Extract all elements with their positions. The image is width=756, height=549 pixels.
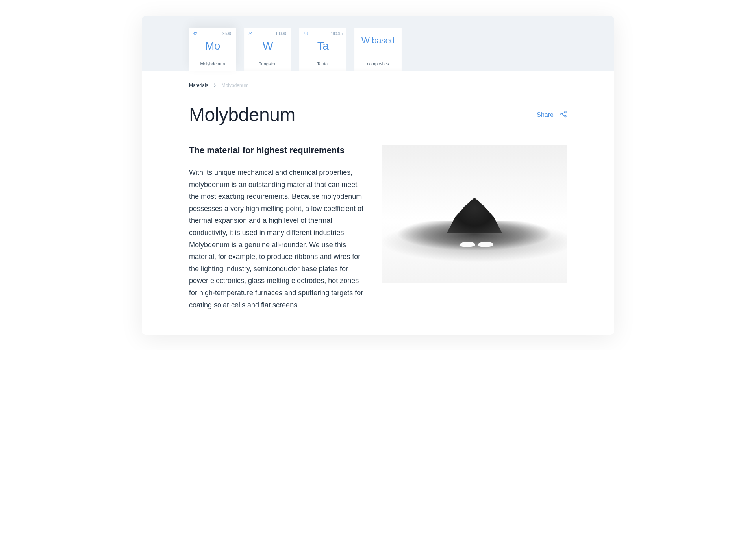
tab-meta-row: 42 95.95: [193, 31, 232, 36]
tab-meta-row: 73 180.95: [303, 31, 343, 36]
breadcrumb-parent-link[interactable]: Materials: [189, 83, 208, 88]
atomic-number: 74: [248, 31, 252, 36]
share-label: Share: [537, 111, 554, 118]
content-area: Materials Molybdenum Molybdenum Share: [142, 71, 614, 335]
article-subheading: The material for highest requirements: [189, 145, 366, 155]
atomic-mass: 95.95: [222, 31, 232, 36]
svg-point-1: [561, 113, 562, 115]
svg-point-2: [565, 115, 566, 117]
page-card: 42 95.95 Mo Molybdenum 74 183.95 W Tungs…: [142, 16, 614, 335]
share-button[interactable]: Share: [537, 111, 567, 119]
atomic-mass: 183.95: [275, 31, 287, 36]
element-symbol: W: [263, 40, 273, 52]
element-name: Tantal: [317, 61, 328, 66]
text-column: The material for highest requirements Wi…: [189, 145, 366, 311]
element-tab-molybdenum[interactable]: 42 95.95 Mo Molybdenum: [189, 28, 236, 71]
atomic-number: 42: [193, 31, 197, 36]
material-photo: [382, 145, 567, 283]
element-tab-tungsten[interactable]: 74 183.95 W Tungsten: [244, 28, 291, 71]
element-name: Tungsten: [259, 61, 276, 66]
breadcrumb: Materials Molybdenum: [189, 83, 567, 88]
chevron-right-icon: [214, 83, 216, 88]
element-name: Molybdenum: [200, 61, 225, 66]
svg-point-0: [565, 111, 566, 113]
atomic-number: 73: [303, 31, 308, 36]
element-symbol: W-based: [361, 35, 395, 46]
breadcrumb-current: Molybdenum: [222, 83, 249, 88]
page-title: Molybdenum: [189, 104, 295, 126]
tab-meta-row: 74 183.95: [248, 31, 287, 36]
svg-line-4: [562, 115, 565, 116]
share-icon: [560, 111, 567, 119]
element-tab-w-based-composites[interactable]: W-based composites: [354, 28, 402, 71]
element-symbol: Mo: [205, 40, 220, 52]
title-row: Molybdenum Share: [189, 104, 567, 126]
article-body: With its unique mechanical and chemical …: [189, 166, 366, 311]
body-columns: The material for highest requirements Wi…: [189, 145, 567, 311]
svg-line-3: [562, 112, 565, 114]
atomic-mass: 180.95: [330, 31, 343, 36]
image-column: [382, 145, 567, 283]
element-tab-strip: 42 95.95 Mo Molybdenum 74 183.95 W Tungs…: [142, 16, 614, 71]
element-symbol: Ta: [317, 40, 329, 52]
element-tab-tantal[interactable]: 73 180.95 Ta Tantal: [299, 28, 346, 71]
element-name: composites: [367, 61, 389, 66]
